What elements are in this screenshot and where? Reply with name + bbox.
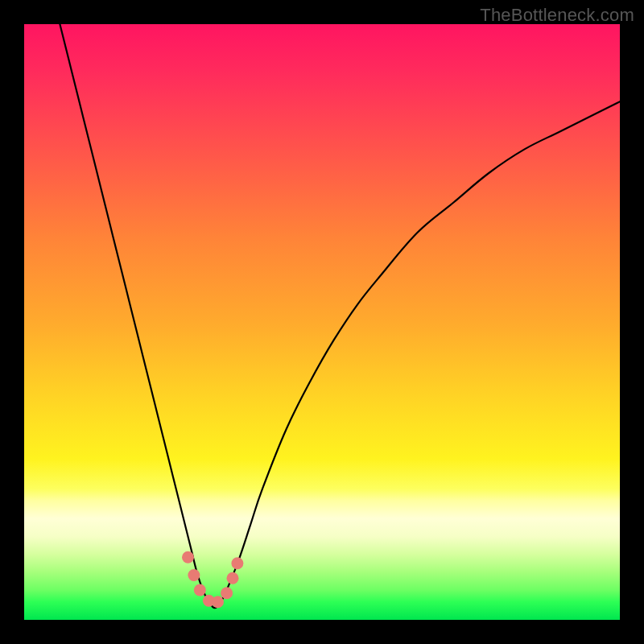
curve-markers bbox=[182, 551, 243, 609]
plot-area bbox=[24, 24, 620, 620]
attribution-text: TheBottleneck.com bbox=[480, 5, 634, 26]
curve-layer bbox=[24, 24, 620, 620]
curve-marker bbox=[231, 557, 243, 569]
curve-marker bbox=[182, 551, 194, 564]
curve-marker bbox=[212, 596, 224, 608]
bottleneck-curve bbox=[60, 24, 620, 608]
curve-marker bbox=[188, 569, 200, 581]
chart-frame: TheBottleneck.com bbox=[0, 0, 644, 644]
curve-marker bbox=[221, 587, 233, 599]
curve-marker bbox=[227, 572, 239, 584]
curve-marker bbox=[194, 584, 206, 597]
